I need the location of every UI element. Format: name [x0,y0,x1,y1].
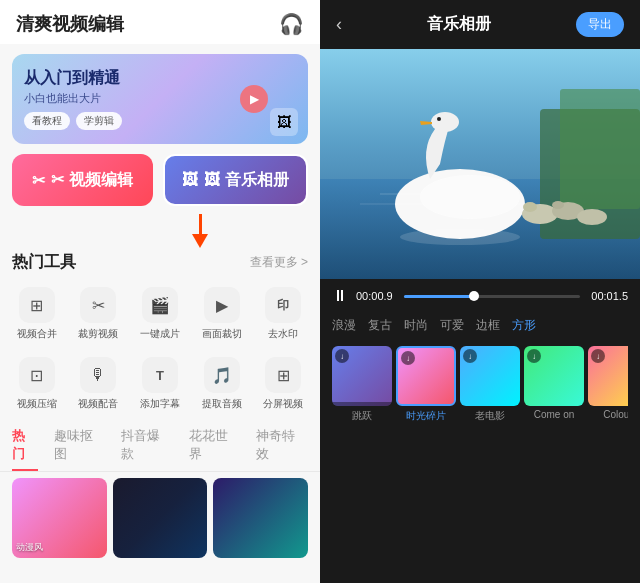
download-icon-comeon: ↓ [527,349,541,363]
tool-crop[interactable]: ▶ 画面裁切 [193,281,251,347]
controls-area: ⏸ 00:00.9 00:01.5 浪漫 复古 时尚 可爱 边框 方形 [320,279,640,435]
thumb-label-colour: Colour [603,409,628,420]
tool-extract-audio[interactable]: 🎵 提取音频 [193,351,251,417]
thumb-overlay-jump [332,402,392,406]
banner-subtitle: 小白也能出大片 [24,91,122,106]
banner-title: 从入门到精通 [24,68,122,89]
filter-frame[interactable]: 边框 [476,317,500,334]
tool-subtitle[interactable]: T 添加字幕 [131,351,189,417]
right-panel: ‹ 音乐相册 导出 [320,0,640,583]
tool-clip-video[interactable]: ✂ 裁剪视频 [70,281,128,347]
svg-point-7 [420,175,520,219]
thumb-item-comeon[interactable]: ↓ Come on [524,346,584,423]
thumb-item-oldfilm[interactable]: ↓ 老电影 [460,346,520,423]
banner-btn-edit[interactable]: 学剪辑 [76,112,122,130]
thumb-img-oldfilm: ↓ [460,346,520,406]
pause-button[interactable]: ⏸ [332,287,348,305]
music-album-button[interactable]: 🖼 🖼 音乐相册 [163,154,308,206]
tab-hot[interactable]: 热门 [12,427,38,471]
video-edit-button[interactable]: ✂ ✂ 视频编辑 [12,154,153,206]
dubbing-icon: 🎙 [80,357,116,393]
filter-fashion[interactable]: 时尚 [404,317,428,334]
arrow-indicator [80,214,320,248]
thumb-label-jump: 跳跃 [352,409,372,423]
tab-flowers[interactable]: 花花世界 [189,427,241,471]
tab-cutout[interactable]: 趣味抠图 [54,427,106,471]
watermark-icon: 印 [265,287,301,323]
video-edit-label: ✂ 视频编辑 [51,170,132,191]
tab-effects[interactable]: 神奇特效 [256,427,308,471]
thumb-img-timefragment: ↓ [396,346,456,406]
banner-btn-tutorial[interactable]: 看教程 [24,112,70,130]
thumb-item-colour[interactable]: ↓ Colour [588,346,628,423]
svg-point-13 [400,229,520,245]
filter-cute[interactable]: 可爱 [440,317,464,334]
svg-point-6 [437,117,441,121]
bottom-card-3[interactable] [213,478,308,558]
tool-merge-video[interactable]: ⊞ 视频合并 [8,281,66,347]
tool-split-screen[interactable]: ⊞ 分屏视频 [254,351,312,417]
thumb-img-jump: ↓ [332,346,392,406]
extract-label: 提取音频 [202,397,242,411]
time-row: ⏸ 00:00.9 00:01.5 [332,287,628,305]
tab-tiktok[interactable]: 抖音爆款 [121,427,173,471]
hot-tools-section: 热门工具 查看更多 > [0,252,320,273]
download-icon-jump: ↓ [335,349,349,363]
right-header: ‹ 音乐相册 导出 [320,0,640,49]
merge-icon: ⊞ [19,287,55,323]
section-title: 热门工具 [12,252,76,273]
svg-rect-3 [560,89,640,209]
bottom-cards: 动漫风 [0,478,320,558]
export-button[interactable]: 导出 [576,12,624,37]
bottom-card-2[interactable] [113,478,208,558]
compress-label: 视频压缩 [17,397,57,411]
bottom-card-1[interactable]: 动漫风 [12,478,107,558]
action-buttons: ✂ ✂ 视频编辑 🖼 🖼 音乐相册 [0,154,320,206]
tool-one-click[interactable]: 🎬 一键成片 [131,281,189,347]
svg-point-9 [523,202,537,212]
banner-play-icon[interactable]: ▶ [240,85,268,113]
download-icon-time: ↓ [401,351,415,365]
end-time: 00:01.5 [588,290,628,302]
tool-watermark[interactable]: 印 去水印 [254,281,312,347]
merge-label: 视频合并 [17,327,57,341]
banner-image-icon: 🖼 [270,108,298,136]
thumb-item-jump[interactable]: ↓ 跳跃 [332,346,392,423]
right-title: 音乐相册 [427,14,491,35]
thumb-label-comeon: Come on [534,409,575,420]
thumb-label-timefragment: 时光碎片 [406,409,446,423]
compress-icon: ⊡ [19,357,55,393]
crop-label: 画面裁切 [202,327,242,341]
dubbing-label: 视频配音 [78,397,118,411]
progress-fill [404,295,474,298]
image-icon: 🖼 [182,171,198,189]
promo-banner[interactable]: 从入门到精通 小白也能出大片 看教程 学剪辑 ▶ 🖼 [12,54,308,144]
thumb-item-timefragment[interactable]: ↓ 时光碎片 [396,346,456,423]
tool-compress[interactable]: ⊡ 视频压缩 [8,351,66,417]
filter-romantic[interactable]: 浪漫 [332,317,356,334]
download-icon-colour: ↓ [591,349,605,363]
svg-point-5 [431,112,459,132]
oneclick-icon: 🎬 [142,287,178,323]
swan-scene-svg [320,49,640,279]
progress-bar[interactable] [404,295,580,298]
download-icon-film: ↓ [463,349,477,363]
subtitle-label: 添加字幕 [140,397,180,411]
split-label: 分屏视频 [263,397,303,411]
view-more-link[interactable]: 查看更多 > [250,254,308,271]
left-header: 清爽视频编辑 🎧 [0,0,320,44]
crop-icon: ▶ [204,287,240,323]
watermark-label: 去水印 [268,327,298,341]
thumb-img-comeon: ↓ [524,346,584,406]
clip-label: 裁剪视频 [78,327,118,341]
filter-retro[interactable]: 复古 [368,317,392,334]
subtitle-icon: T [142,357,178,393]
thumb-img-colour: ↓ [588,346,628,406]
svg-point-12 [577,209,607,225]
left-panel: 清爽视频编辑 🎧 从入门到精通 小白也能出大片 看教程 学剪辑 ▶ 🖼 ✂ ✂ … [0,0,320,583]
tool-dubbing[interactable]: 🎙 视频配音 [70,351,128,417]
thumbnail-strip: ↓ 跳跃 ↓ 时光碎片 ↓ 老电影 [332,342,628,427]
app-title: 清爽视频编辑 [16,12,124,36]
back-button[interactable]: ‹ [336,14,342,35]
filter-square[interactable]: 方形 [512,317,536,334]
